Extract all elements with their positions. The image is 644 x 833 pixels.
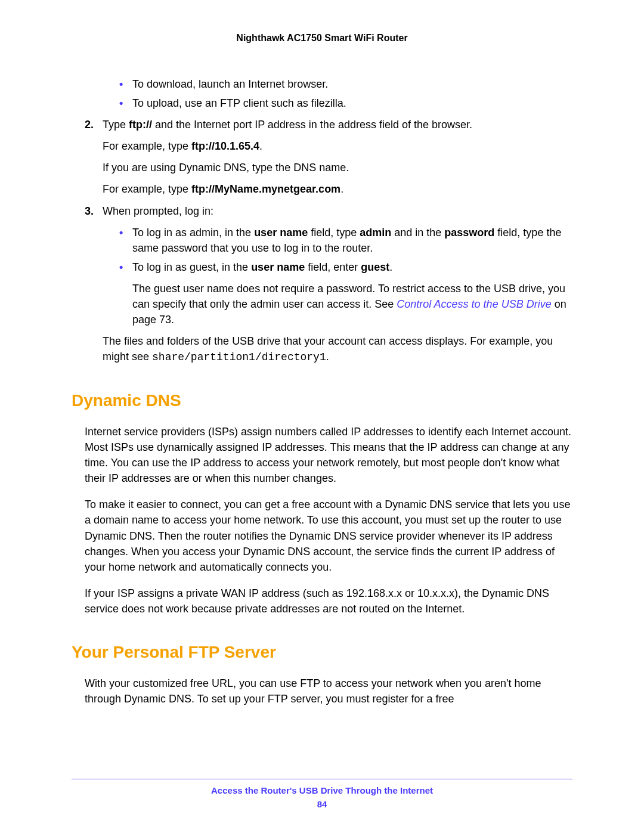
ftp-p1: With your customized free URL, you can u… <box>72 676 572 707</box>
ex2-bold: ftp://MyName.mynetgear.com <box>191 183 340 195</box>
link-control-access-usb[interactable]: Control Access to the USB Drive <box>397 298 551 310</box>
page-header: Nighthawk AC1750 Smart WiFi Router <box>72 33 572 44</box>
ex1-post: . <box>259 140 262 152</box>
footer-title: Access the Router's USB Drive Through th… <box>72 785 572 795</box>
guest-b2: guest <box>361 261 389 273</box>
step-2-number: 2. <box>85 117 94 132</box>
step-2: 2. Type ftp:// and the Internet port IP … <box>72 117 572 132</box>
admin-mid1: field, type <box>308 227 360 239</box>
dyn-p2: To make it easier to connect, you can ge… <box>72 497 572 574</box>
guest-b1: user name <box>251 261 305 273</box>
guest-note: The guest user name does not require a p… <box>72 281 572 327</box>
ex2-pre: For example, type <box>103 183 191 195</box>
step-2-example-2: For example, type ftp://MyName.mynetgear… <box>72 181 572 197</box>
dyn-p1: Internet service providers (ISPs) assign… <box>72 424 572 486</box>
step-2-text-post: and the Internet port IP address in the … <box>152 119 472 131</box>
step-3: 3. When prompted, log in: <box>72 203 572 219</box>
ex1-bold: ftp://10.1.65.4 <box>191 140 259 152</box>
heading-personal-ftp: Your Personal FTP Server <box>72 640 572 665</box>
step-3-number: 3. <box>85 203 94 219</box>
ex2-post: . <box>340 183 343 195</box>
guest-pre: To log in as guest, in the <box>132 261 251 273</box>
step-2-dns-note: If you are using Dynamic DNS, type the D… <box>72 160 572 175</box>
step-2-example-1: For example, type ftp://10.1.65.4. <box>72 138 572 154</box>
page-content: To download, launch an Internet browser.… <box>72 76 572 707</box>
footer-page-number: 84 <box>72 799 572 809</box>
files-note: The files and folders of the USB drive t… <box>72 333 572 365</box>
admin-b2: admin <box>360 227 391 239</box>
bullet-guest-login: To log in as guest, in the user name fie… <box>119 259 572 275</box>
step-2-text-pre: Type <box>103 119 129 131</box>
admin-b3: password <box>444 227 494 239</box>
bullet-upload: To upload, use an FTP client such as fil… <box>119 95 572 111</box>
page-footer: Access the Router's USB Drive Through th… <box>72 779 572 809</box>
heading-dynamic-dns: Dynamic DNS <box>72 389 572 413</box>
bullet-admin-login: To log in as admin, in the user name fie… <box>119 225 572 256</box>
dyn-p3: If your ISP assigns a private WAN IP add… <box>72 586 572 617</box>
guest-post: . <box>389 261 392 273</box>
document-page: Nighthawk AC1750 Smart WiFi Router To do… <box>0 0 644 833</box>
step-2-ftp: ftp:// <box>129 119 152 131</box>
admin-pre: To log in as admin, in the <box>132 227 254 239</box>
step-3-bullets: To log in as admin, in the user name fie… <box>72 225 572 275</box>
admin-mid2: and in the <box>391 227 444 239</box>
step-3-text: When prompted, log in: <box>103 205 213 217</box>
files-post: . <box>326 351 329 363</box>
bullet-list-top: To download, launch an Internet browser.… <box>72 76 572 111</box>
ex1-pre: For example, type <box>103 140 191 152</box>
footer-divider <box>72 779 572 779</box>
bullet-download: To download, launch an Internet browser. <box>119 76 572 92</box>
admin-b1: user name <box>254 227 308 239</box>
files-mono: share/partition1/directory1 <box>152 351 326 363</box>
guest-mid: field, enter <box>305 261 361 273</box>
